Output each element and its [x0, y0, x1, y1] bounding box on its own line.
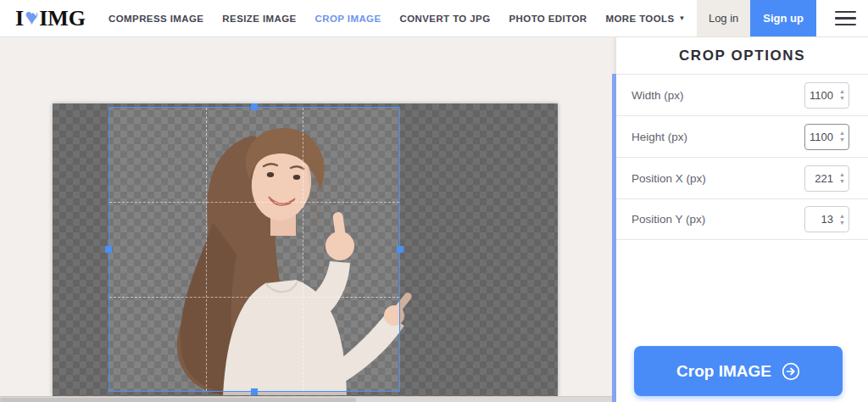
position-y-label: Position Y (px) — [632, 213, 705, 226]
logo-text-img: IMG — [39, 8, 86, 30]
sidebar-accent-strip — [612, 74, 616, 402]
height-row: Height (px) ▲ ▼ — [616, 115, 868, 157]
crop-options-panel: CROP OPTIONS Width (px) ▲ ▼ Height (px) … — [616, 37, 868, 402]
spinner-up-icon[interactable]: ▲ — [839, 131, 845, 136]
width-spinner[interactable]: ▲ ▼ — [839, 82, 845, 109]
spinner-down-icon[interactable]: ▼ — [839, 179, 845, 184]
nav-item-photo-editor[interactable]: PHOTO EDITOR — [500, 14, 597, 24]
position-x-row: Position X (px) ▲ ▼ — [616, 157, 868, 198]
nav-item-more-tools[interactable]: MORE TOOLS ▼ — [596, 14, 694, 24]
width-label: Width (px) — [632, 89, 684, 102]
crop-handle-right[interactable] — [397, 246, 403, 253]
heart-fold — [29, 8, 36, 16]
spinner-up-icon[interactable]: ▲ — [839, 172, 845, 177]
crop-grid-line — [303, 108, 303, 391]
top-nav: I ♥ IMG COMPRESS IMAGE RESIZE IMAGE CROP… — [0, 0, 868, 37]
crop-handle-bottom[interactable] — [251, 388, 258, 395]
main-nav: COMPRESS IMAGE RESIZE IMAGE CROP IMAGE C… — [99, 0, 695, 36]
arrow-circle-right-icon — [782, 362, 800, 381]
editor-workspace — [0, 37, 616, 402]
signup-button[interactable]: Sign up — [750, 0, 816, 36]
crop-button-label: Crop IMAGE — [676, 362, 771, 381]
nav-item-convert-to-jpg[interactable]: CONVERT TO JPG — [391, 14, 500, 24]
caret-down-icon: ▼ — [679, 14, 686, 22]
crop-handle-left[interactable] — [105, 246, 112, 253]
auth-area: Log in Sign up — [697, 0, 868, 36]
position-y-spinner[interactable]: ▲ ▼ — [839, 206, 845, 232]
crop-grid-line — [109, 297, 399, 298]
position-x-spinner[interactable]: ▲ ▼ — [839, 165, 845, 192]
nav-item-crop-image[interactable]: CROP IMAGE — [306, 14, 391, 24]
crop-image-button[interactable]: Crop IMAGE — [634, 346, 843, 396]
logo-text-i: I — [15, 8, 24, 30]
panel-title: CROP OPTIONS — [616, 37, 868, 74]
height-label: Height (px) — [632, 131, 687, 143]
width-row: Width (px) ▲ ▼ — [616, 74, 868, 115]
image-canvas[interactable] — [53, 103, 558, 396]
spinner-up-icon[interactable]: ▲ — [839, 89, 845, 94]
nav-item-compress-image[interactable]: COMPRESS IMAGE — [99, 14, 213, 24]
heart-icon: ♥ — [25, 6, 38, 29]
spinner-down-icon[interactable]: ▼ — [839, 96, 845, 101]
height-spinner[interactable]: ▲ ▼ — [839, 124, 845, 150]
horizontal-scrollbar[interactable] — [0, 396, 616, 402]
crop-grid-line — [109, 202, 399, 203]
crop-handle-top[interactable] — [251, 103, 258, 110]
nav-item-resize-image[interactable]: RESIZE IMAGE — [213, 14, 305, 24]
crop-grid-line — [206, 108, 207, 391]
iloveimg-logo[interactable]: I ♥ IMG — [0, 0, 99, 36]
position-y-row: Position Y (px) ▲ ▼ — [616, 198, 868, 240]
spinner-down-icon[interactable]: ▼ — [839, 221, 845, 226]
login-button[interactable]: Log in — [697, 0, 750, 36]
scrollbar-thumb[interactable] — [0, 398, 356, 402]
crop-selection[interactable] — [108, 107, 400, 392]
position-x-label: Position X (px) — [632, 172, 706, 185]
hamburger-menu-icon[interactable] — [816, 0, 868, 36]
spinner-down-icon[interactable]: ▼ — [839, 137, 845, 142]
spinner-up-icon[interactable]: ▲ — [839, 214, 845, 219]
